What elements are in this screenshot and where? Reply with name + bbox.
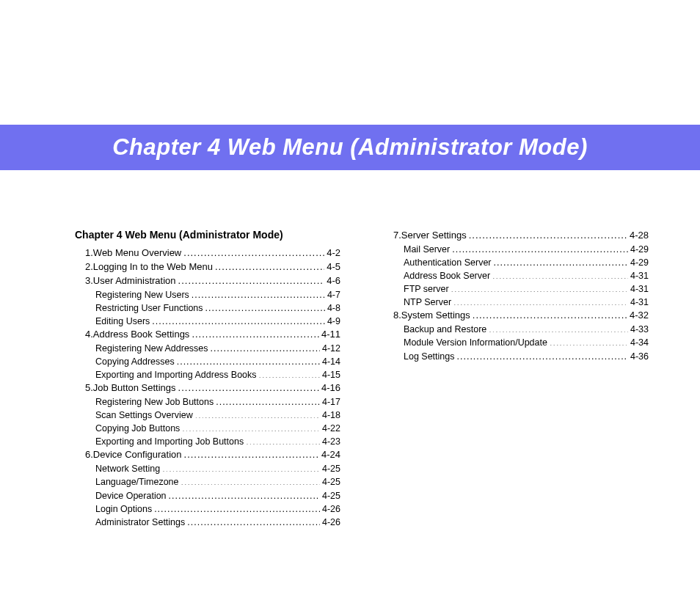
toc-sub-entry[interactable]: Scan Settings Overview 4-18 <box>75 409 340 422</box>
toc-leader-dots <box>162 463 320 472</box>
toc-header: Chapter 4 Web Menu (Administrator Mode) <box>75 229 340 241</box>
toc-leader-dots <box>453 296 628 306</box>
toc-leader-dots <box>195 409 320 419</box>
toc-entry-page: 4-17 <box>322 395 340 409</box>
toc-section[interactable]: 5. Job Button Settings 4-16 <box>75 381 340 395</box>
toc-entry-label: Exporting and Importing Job Buttons <box>95 435 244 448</box>
chapter-banner-title: Chapter 4 Web Menu (Administrator Mode) <box>112 134 588 161</box>
toc-sub-entry[interactable]: Exporting and Importing Address Books 4-… <box>75 368 340 381</box>
toc-sub-entry[interactable]: Copying Addresses 4-14 <box>75 355 340 368</box>
toc-sub-entry[interactable]: Backup and Restore 4-33 <box>383 323 649 336</box>
toc-leader-dots <box>469 229 627 238</box>
toc-leader-dots <box>246 436 320 445</box>
toc-leader-dots <box>205 301 325 311</box>
toc-sub-entry[interactable]: Exporting and Importing Job Buttons 4-23 <box>75 435 340 448</box>
toc-entry-label: Exporting and Importing Address Books <box>95 368 257 381</box>
toc-entry-page: 4-31 <box>630 296 649 309</box>
toc-entry-label: Authentication Server <box>404 256 492 269</box>
toc-leader-dots <box>216 395 320 405</box>
toc-entry-number: 4. <box>85 328 93 342</box>
toc-section[interactable]: 7. Server Settings 4-28 <box>383 229 649 243</box>
toc-entry-page: 4-24 <box>321 448 340 462</box>
toc-sub-entry[interactable]: NTP Server 4-31 <box>383 296 649 309</box>
toc-entry-page: 4-12 <box>322 342 340 355</box>
toc-section[interactable]: 6. Device Configuration 4-24 <box>75 448 340 462</box>
toc-leader-dots <box>181 476 320 486</box>
toc-entry-label: Login Options <box>95 502 152 516</box>
toc-entry-label: Mail Server <box>404 243 450 256</box>
toc-entry-label: Administrator Settings <box>95 516 185 529</box>
toc-leader-dots <box>169 489 320 499</box>
toc-sub-entry[interactable]: Language/Timezone 4-25 <box>75 475 340 489</box>
toc-entry-label: Job Button Settings <box>93 381 176 395</box>
toc-section[interactable]: 2. Logging In to the Web Menu 4-5 <box>75 260 340 274</box>
toc-leader-dots <box>183 246 324 256</box>
toc-sub-entry[interactable]: Device Operation 4-25 <box>75 489 340 502</box>
toc-entry-label: Registering New Job Buttons <box>95 395 214 409</box>
toc-leader-dots <box>492 270 628 279</box>
toc-section[interactable]: 8. System Settings 4-32 <box>383 309 649 323</box>
toc-leader-dots <box>550 337 628 346</box>
toc-sub-entry[interactable]: Registering New Users 4-7 <box>75 288 340 301</box>
toc-entry-label: Network Setting <box>95 462 160 475</box>
toc-entry-number: 1. <box>85 246 93 260</box>
toc-leader-dots <box>177 355 320 365</box>
toc-entry-label: Address Book Server <box>404 269 490 282</box>
toc-sub-entry[interactable]: Log Settings 4-36 <box>383 350 649 363</box>
toc-container: Chapter 4 Web Menu (Administrator Mode) … <box>75 229 649 529</box>
toc-entry-page: 4-9 <box>327 315 340 328</box>
toc-sub-entry[interactable]: Network Setting 4-25 <box>75 462 340 475</box>
toc-right-column: 7. Server Settings 4-28Mail Server 4-29A… <box>383 229 649 529</box>
toc-entry-page: 4-18 <box>322 409 340 422</box>
toc-entry-number: 5. <box>85 381 93 395</box>
toc-sub-entry[interactable]: Administrator Settings 4-26 <box>75 516 340 529</box>
toc-leader-dots <box>259 369 320 378</box>
toc-sub-entry[interactable]: Copying Job Buttons 4-22 <box>75 422 340 435</box>
toc-leader-dots <box>184 448 319 458</box>
toc-sub-entry[interactable]: Registering New Job Buttons 4-17 <box>75 395 340 409</box>
toc-leader-dots <box>451 283 628 293</box>
toc-entry-label: Device Operation <box>95 489 167 502</box>
toc-entry-page: 4-25 <box>322 475 340 489</box>
toc-sub-entry[interactable]: Mail Server 4-29 <box>383 243 649 256</box>
toc-right-list: 7. Server Settings 4-28Mail Server 4-29A… <box>383 229 649 363</box>
toc-entry-number: 7. <box>393 229 401 243</box>
toc-left-column: Chapter 4 Web Menu (Administrator Mode) … <box>75 229 340 529</box>
toc-sub-entry[interactable]: Authentication Server 4-29 <box>383 256 649 269</box>
toc-section[interactable]: 1. Web Menu Overview 4-2 <box>75 246 340 260</box>
toc-sub-entry[interactable]: Module Version Information/Update 4-34 <box>383 336 649 349</box>
toc-sub-entry[interactable]: Address Book Server 4-31 <box>383 269 649 282</box>
toc-entry-page: 4-28 <box>630 229 649 243</box>
toc-entry-label: User Administration <box>93 274 176 288</box>
toc-entry-page: 4-2 <box>327 246 340 260</box>
toc-entry-label: Device Configuration <box>93 448 182 462</box>
toc-entry-page: 4-26 <box>322 502 340 516</box>
toc-section[interactable]: 3. User Administration 4-6 <box>75 274 340 288</box>
toc-entry-page: 4-22 <box>322 422 340 435</box>
toc-entry-page: 4-6 <box>327 274 340 288</box>
toc-leader-dots <box>473 309 627 318</box>
toc-entry-label: Copying Addresses <box>95 355 175 368</box>
toc-leader-dots <box>187 516 320 525</box>
toc-entry-page: 4-8 <box>327 301 340 315</box>
toc-leader-dots <box>489 323 628 333</box>
toc-entry-page: 4-25 <box>322 462 340 475</box>
toc-leader-dots <box>452 243 628 252</box>
toc-entry-label: Registering New Addresses <box>95 342 208 355</box>
toc-leader-dots <box>494 256 628 266</box>
toc-entry-label: NTP Server <box>404 296 451 309</box>
toc-sub-entry[interactable]: Restricting User Functions 4-8 <box>75 301 340 315</box>
toc-sub-entry[interactable]: FTP server 4-31 <box>383 282 649 296</box>
toc-entry-label: Restricting User Functions <box>95 301 203 315</box>
toc-leader-dots <box>192 288 325 298</box>
toc-entry-page: 4-31 <box>630 269 649 282</box>
toc-sub-entry[interactable]: Editing Users 4-9 <box>75 315 340 328</box>
toc-entry-label: FTP server <box>404 282 449 296</box>
toc-entry-number: 3. <box>85 274 93 288</box>
toc-sub-entry[interactable]: Login Options 4-26 <box>75 502 340 516</box>
toc-leader-dots <box>211 342 320 351</box>
toc-sub-entry[interactable]: Registering New Addresses 4-12 <box>75 342 340 355</box>
toc-section[interactable]: 4. Address Book Settings 4-11 <box>75 328 340 342</box>
toc-entry-label: Registering New Users <box>95 288 189 301</box>
toc-leader-dots <box>154 502 320 512</box>
